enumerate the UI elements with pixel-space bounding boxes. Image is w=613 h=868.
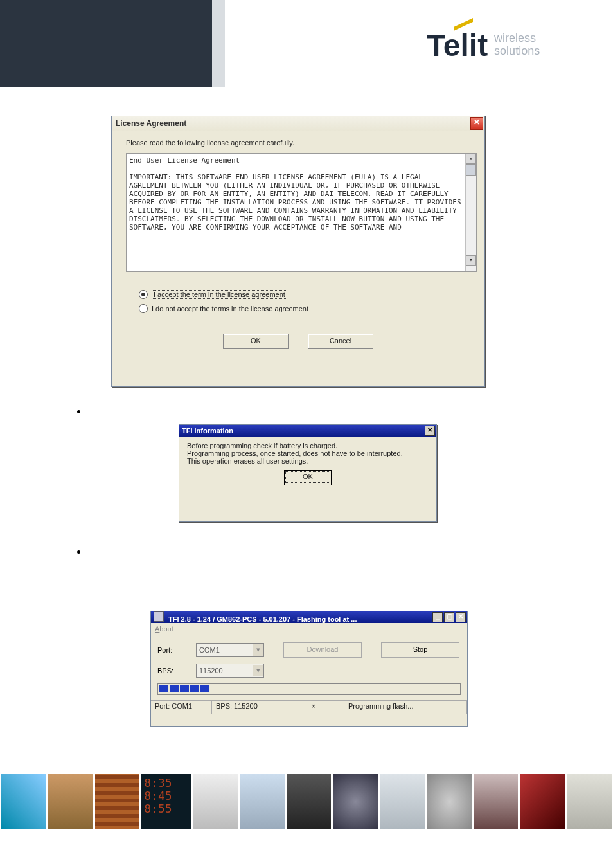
scroll-up-icon[interactable]: ▴ [466, 154, 476, 164]
radio-icon[interactable] [139, 290, 148, 299]
info-line3: This operation erases all user settings. [187, 457, 429, 465]
page-header: Telit wireless solutions [0, 0, 613, 87]
clock-line2: 8:45 [144, 790, 188, 802]
scroll-thumb[interactable] [466, 164, 476, 176]
close-icon[interactable]: ✕ [456, 612, 466, 622]
progress-bar [157, 683, 461, 695]
info-dialog: TFI Information ✕ Before programming che… [179, 424, 437, 522]
radio-icon[interactable] [139, 304, 148, 313]
ok-label: OK [285, 471, 330, 483]
footer-thumb [427, 774, 472, 829]
reject-label: I do not accept the terms in the license… [152, 305, 308, 312]
app-icon [154, 611, 164, 622]
chevron-down-icon[interactable]: ▾ [253, 644, 263, 656]
status-mid: × [283, 701, 344, 714]
license-buttons: OK Cancel [126, 334, 470, 349]
license-instruction: Please read the following license agreem… [126, 139, 470, 147]
close-icon[interactable]: ✕ [470, 117, 483, 130]
clock-line3: 8:55 [144, 802, 188, 815]
menu-about[interactable]: About [155, 625, 173, 633]
footer-thumb-clock: 8:35 8:45 8:55 [141, 774, 191, 829]
brand-tag-line2: solutions [494, 45, 540, 58]
eula-textbox[interactable]: End User License Agreement IMPORTANT: TH… [126, 153, 477, 272]
flash-titlebar: TFI 2.8 - 1.24 / GM862-PCS - 5.01.207 - … [151, 611, 467, 623]
info-line1: Before programming check if battery is c… [187, 442, 429, 449]
eula-scrollbar[interactable]: ▴ ▾ [465, 154, 476, 271]
close-icon[interactable]: ✕ [425, 426, 435, 436]
footer-thumb [240, 774, 285, 829]
footer-thumb [474, 774, 519, 829]
clock-line1: 8:35 [144, 777, 188, 790]
footer-thumb [333, 774, 378, 829]
brand-tagline: wireless solutions [494, 32, 540, 58]
license-title: License Agreement [116, 119, 186, 128]
footer-image-strip: 8:35 8:45 8:55 [0, 774, 613, 829]
ok-button[interactable]: OK [223, 334, 289, 349]
footer-thumb [1, 774, 46, 829]
port-label: Port: [157, 646, 196, 654]
stop-button[interactable]: Stop [381, 642, 459, 658]
progress-chunk [180, 685, 189, 692]
footer-thumb [193, 774, 238, 829]
footer-thumb [48, 774, 93, 829]
progress-chunk [200, 685, 209, 692]
status-msg: Programming flash... [344, 701, 467, 714]
license-radio-group: I accept the term in the license agreeme… [139, 290, 470, 313]
info-line2: Programming process, once started, does … [187, 449, 429, 457]
status-bps: BPS: 115200 [212, 701, 283, 714]
window-controls: _ ▢ ✕ [432, 612, 466, 622]
license-body: Please read the following license agreem… [112, 131, 484, 357]
flash-form: Port: COM1 ▾ Download Stop BPS: 115200 ▾ [151, 635, 467, 700]
info-titlebar: TFI Information ✕ [179, 425, 436, 437]
chevron-down-icon[interactable]: ▾ [253, 665, 263, 676]
eula-heading: End User License Agreement [129, 156, 463, 165]
accept-option[interactable]: I accept the term in the license agreeme… [139, 290, 470, 299]
maximize-icon[interactable]: ▢ [444, 612, 454, 622]
flash-dialog: TFI 2.8 - 1.24 / GM862-PCS - 5.01.207 - … [150, 611, 468, 727]
brand-tag-line1: wireless [494, 32, 540, 45]
footer-thumb [287, 774, 332, 829]
footer-thumb [95, 774, 139, 829]
port-combo[interactable]: COM1 ▾ [196, 643, 264, 657]
flash-title: TFI 2.8 - 1.24 / GM862-PCS - 5.01.207 - … [168, 615, 357, 623]
accept-label: I accept the term in the license agreeme… [152, 290, 287, 299]
menubar: About [151, 623, 467, 635]
brand-block: Telit wireless solutions [427, 19, 594, 71]
status-port: Port: COM1 [151, 701, 212, 714]
license-titlebar: License Agreement ✕ [112, 116, 484, 131]
bps-value: 115200 [199, 667, 223, 674]
footer-thumb [567, 774, 612, 829]
minimize-icon[interactable]: _ [432, 612, 443, 622]
progress-chunk [159, 685, 168, 692]
download-button: Download [283, 642, 362, 658]
bullet-icon [77, 410, 80, 413]
eula-body: IMPORTANT: THIS SOFTWARE END USER LICENS… [129, 173, 463, 231]
status-bar: Port: COM1 BPS: 115200 × Programming fla… [151, 700, 467, 714]
cancel-button[interactable]: Cancel [308, 334, 373, 349]
footer-thumb [520, 774, 565, 829]
info-body: Before programming check if battery is c… [179, 437, 436, 491]
info-title: TFI Information [182, 427, 233, 435]
bps-combo[interactable]: 115200 ▾ [196, 664, 264, 678]
ok-button[interactable]: OK [284, 470, 332, 485]
reject-option[interactable]: I do not accept the terms in the license… [139, 304, 470, 313]
bullet-icon [77, 550, 80, 554]
footer-thumb [380, 774, 425, 829]
port-value: COM1 [199, 646, 220, 654]
flash-title-wrap: TFI 2.8 - 1.24 / GM862-PCS - 5.01.207 - … [154, 611, 357, 623]
bps-label: BPS: [157, 667, 196, 674]
scroll-down-icon[interactable]: ▾ [466, 255, 476, 266]
progress-chunk [170, 685, 179, 692]
progress-chunk [190, 685, 199, 692]
brand-logo: Telit [427, 28, 488, 63]
license-dialog: License Agreement ✕ Please read the foll… [111, 116, 485, 387]
